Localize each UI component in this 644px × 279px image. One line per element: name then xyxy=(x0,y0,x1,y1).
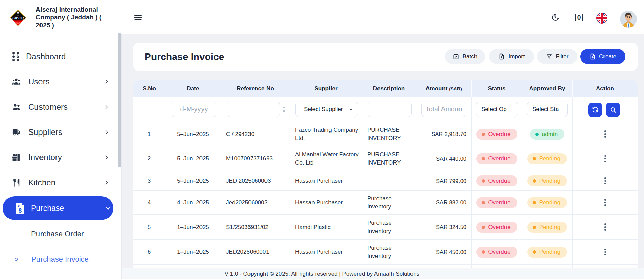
svg-text:TONIGHT: TONIGHT xyxy=(15,22,22,24)
svg-text:$: $ xyxy=(19,208,22,214)
svg-text:Bar·B·Q: Bar·B·Q xyxy=(12,16,24,20)
